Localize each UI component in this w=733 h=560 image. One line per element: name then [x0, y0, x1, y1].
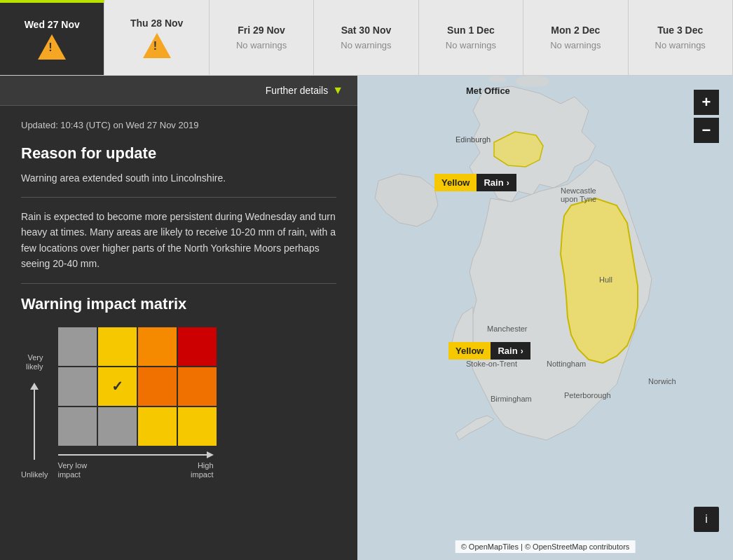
tab-status-5: No warnings: [550, 40, 601, 50]
svg-point-2: [515, 76, 550, 87]
y-axis-line: [34, 390, 35, 460]
x-label-high: Highimpact: [191, 461, 213, 479]
badge-arrow-england: ›: [521, 346, 523, 356]
tab-tue-3-dec[interactable]: Tue 3 Dec No warnings: [629, 0, 733, 75]
warning-icon-1: [143, 33, 171, 58]
tab-status-3: No warnings: [341, 40, 391, 50]
matrix-cell-0-0: [58, 327, 97, 366]
warning-badge-scotland[interactable]: Yellow Rain ›: [434, 174, 516, 191]
tab-date-6: Tue 3 Dec: [657, 25, 703, 36]
matrix-checkmark: ✓: [111, 378, 123, 395]
main-content: Further details ▼ Updated: 10:43 (UTC) o…: [0, 76, 733, 560]
warning-badge-scotland-type: Rain ›: [477, 174, 516, 191]
panel-inner: Updated: 10:43 (UTC) on Wed 27 Nov 2019 …: [0, 106, 357, 507]
updated-timestamp: Updated: 10:43 (UTC) on Wed 27 Nov 2019: [21, 120, 336, 130]
badge-arrow-scotland: ›: [507, 178, 509, 188]
tab-thu-28-nov[interactable]: Thu 28 Nov: [104, 0, 209, 75]
map-attribution: © OpenMapTiles | © OpenStreetMap contrib…: [455, 540, 636, 553]
zoom-out-button[interactable]: −: [694, 118, 719, 143]
tabs-bar: Wed 27 Nov Thu 28 Nov Fri 29 Nov No warn…: [0, 0, 733, 76]
map-svg: Edinburgh Newcastle upon Tyne Hull Manch…: [357, 76, 733, 560]
matrix-cell-0-2: [138, 327, 177, 366]
warning-badge-scotland-level: Yellow: [434, 174, 477, 191]
x-labels-row: Very lowimpact Highimpact: [58, 461, 214, 479]
tab-date-0: Wed 27 Nov: [25, 19, 80, 30]
tab-wed-27-nov[interactable]: Wed 27 Nov: [0, 0, 104, 75]
description-text: Rain is expected to become more persiste…: [21, 209, 336, 284]
left-panel: Further details ▼ Updated: 10:43 (UTC) o…: [0, 76, 357, 560]
tab-status-2: No warnings: [236, 40, 287, 50]
matrix-cell-1-0: [58, 367, 97, 406]
matrix-cell-2-2: [138, 407, 177, 446]
tab-sun-1-dec[interactable]: Sun 1 Dec No warnings: [419, 0, 523, 75]
tab-date-2: Fri 29 Nov: [238, 25, 285, 36]
x-axis-row: [58, 451, 214, 458]
warning-badge-england[interactable]: Yellow Rain ›: [448, 342, 530, 360]
tab-date-1: Thu 28 Nov: [130, 18, 183, 29]
zoom-in-button[interactable]: +: [694, 90, 719, 115]
tab-sat-30-nov[interactable]: Sat 30 Nov No warnings: [314, 0, 418, 75]
reason-title: Reason for update: [21, 144, 336, 163]
svg-text:Stoke-on-Trent: Stoke-on-Trent: [466, 360, 517, 368]
y-label-top: Verylikely: [26, 353, 43, 371]
tab-status-4: No warnings: [446, 40, 496, 50]
warning-icon-0: [38, 34, 66, 60]
matrix-cell-2-0: [58, 407, 97, 446]
matrix-grid: ✓: [58, 327, 217, 446]
x-axis-line: [58, 454, 207, 456]
svg-text:Birmingham: Birmingham: [491, 395, 532, 403]
svg-text:Peterborough: Peterborough: [564, 391, 611, 399]
svg-text:upon Tyne: upon Tyne: [561, 195, 596, 203]
matrix-cell-1-2: [138, 367, 177, 406]
further-details-label: Further details: [266, 85, 328, 96]
chevron-down-icon: ▼: [332, 84, 343, 97]
warning-badge-england-type: Rain ›: [491, 342, 530, 360]
zoom-controls: + −: [694, 90, 719, 143]
y-label-bottom: Unlikely: [21, 470, 48, 479]
y-axis-arrow-up: [30, 383, 39, 390]
tab-date-5: Mon 2 Dec: [551, 25, 600, 36]
tab-status-6: No warnings: [655, 40, 706, 50]
matrix-cell-0-3: [178, 327, 217, 366]
tab-date-3: Sat 30 Nov: [341, 25, 392, 36]
map-panel: Edinburgh Newcastle upon Tyne Hull Manch…: [357, 76, 733, 560]
tab-fri-29-nov[interactable]: Fri 29 Nov No warnings: [210, 0, 314, 75]
svg-text:Manchester: Manchester: [487, 325, 528, 333]
tab-mon-2-dec[interactable]: Mon 2 Dec No warnings: [523, 0, 628, 75]
matrix-cell-0-1: [98, 327, 137, 366]
x-label-low: Very lowimpact: [58, 461, 88, 479]
matrix-grid-section: ✓: [58, 327, 217, 479]
svg-text:Norwich: Norwich: [648, 377, 676, 385]
map-container[interactable]: Edinburgh Newcastle upon Tyne Hull Manch…: [357, 76, 733, 560]
matrix-cell-2-3: [178, 407, 217, 446]
svg-text:Nottingham: Nottingham: [547, 360, 586, 368]
tab-date-4: Sun 1 Dec: [447, 25, 495, 36]
svg-point-3: [489, 76, 506, 83]
further-details-bar: Further details ▼: [0, 76, 357, 106]
svg-text:Hull: Hull: [599, 275, 612, 284]
svg-text:Edinburgh: Edinburgh: [455, 135, 491, 144]
reason-text: Warning area extended south into Lincoln…: [21, 171, 336, 198]
matrix-cell-2-1: [98, 407, 137, 446]
matrix-title: Warning impact matrix: [21, 295, 336, 313]
further-details-button[interactable]: Further details ▼: [266, 84, 343, 97]
x-axis-arrow-right: [207, 451, 214, 458]
info-button[interactable]: i: [694, 507, 719, 532]
warning-badge-england-level: Yellow: [448, 342, 491, 360]
svg-text:Met Office: Met Office: [466, 86, 510, 96]
matrix-cell-1-3: [178, 367, 217, 406]
matrix-cell-1-1: ✓: [98, 367, 137, 406]
impact-matrix-container: Verylikely Unlikely: [21, 327, 336, 479]
svg-text:Newcastle: Newcastle: [561, 186, 596, 195]
